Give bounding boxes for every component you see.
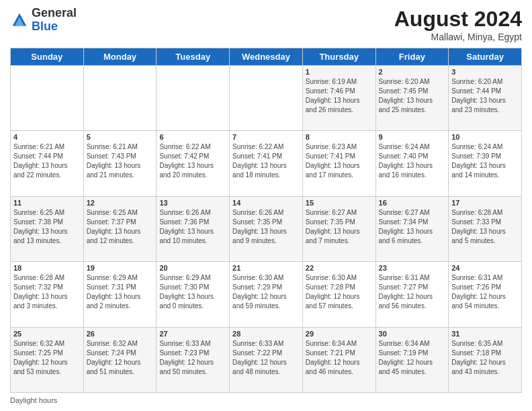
- day-number: 26: [87, 330, 154, 338]
- logo: General Blue: [10, 7, 77, 34]
- day-detail: Sunrise: 6:32 AM Sunset: 7:25 PM Dayligh…: [13, 339, 81, 377]
- day-number: 18: [13, 264, 81, 272]
- title-section: August 2024 Mallawi, Minya, Egypt: [394, 7, 522, 42]
- day-number: 9: [379, 133, 446, 141]
- day-number: 21: [232, 264, 300, 272]
- calendar-cell: 31Sunrise: 6:35 AM Sunset: 7:18 PM Dayli…: [449, 327, 522, 392]
- calendar-week-3: 11Sunrise: 6:25 AM Sunset: 7:38 PM Dayli…: [11, 196, 522, 261]
- calendar-header-sunday: Sunday: [11, 48, 84, 66]
- calendar-cell: [11, 66, 84, 131]
- day-detail: Sunrise: 6:28 AM Sunset: 7:33 PM Dayligh…: [451, 208, 519, 246]
- calendar-cell: 27Sunrise: 6:33 AM Sunset: 7:23 PM Dayli…: [157, 327, 230, 392]
- calendar-cell: 15Sunrise: 6:27 AM Sunset: 7:35 PM Dayli…: [302, 196, 375, 261]
- calendar-cell: 1Sunrise: 6:19 AM Sunset: 7:46 PM Daylig…: [302, 66, 375, 131]
- calendar-cell: 5Sunrise: 6:21 AM Sunset: 7:43 PM Daylig…: [83, 131, 157, 196]
- day-number: 16: [379, 199, 446, 207]
- day-number: 1: [306, 68, 373, 76]
- calendar-week-5: 25Sunrise: 6:32 AM Sunset: 7:25 PM Dayli…: [11, 327, 522, 392]
- day-number: 12: [87, 199, 154, 207]
- day-detail: Sunrise: 6:34 AM Sunset: 7:19 PM Dayligh…: [379, 339, 446, 377]
- calendar-header-row: SundayMondayTuesdayWednesdayThursdayFrid…: [11, 48, 522, 66]
- day-detail: Sunrise: 6:25 AM Sunset: 7:38 PM Dayligh…: [13, 208, 81, 246]
- day-detail: Sunrise: 6:27 AM Sunset: 7:35 PM Dayligh…: [306, 208, 373, 246]
- calendar-cell: 19Sunrise: 6:29 AM Sunset: 7:31 PM Dayli…: [83, 262, 157, 327]
- day-number: 17: [451, 199, 519, 207]
- day-detail: Sunrise: 6:33 AM Sunset: 7:22 PM Dayligh…: [232, 339, 300, 377]
- header: General Blue August 2024 Mallawi, Minya,…: [10, 7, 522, 42]
- day-number: 8: [306, 133, 373, 141]
- day-detail: Sunrise: 6:31 AM Sunset: 7:26 PM Dayligh…: [451, 273, 519, 311]
- day-number: 6: [159, 133, 226, 141]
- calendar-cell: 8Sunrise: 6:23 AM Sunset: 7:41 PM Daylig…: [302, 131, 375, 196]
- calendar-week-1: 1Sunrise: 6:19 AM Sunset: 7:46 PM Daylig…: [11, 66, 522, 131]
- day-number: 23: [379, 264, 446, 272]
- day-detail: Sunrise: 6:32 AM Sunset: 7:24 PM Dayligh…: [87, 339, 154, 377]
- day-detail: Sunrise: 6:30 AM Sunset: 7:29 PM Dayligh…: [232, 273, 300, 311]
- calendar-cell: 2Sunrise: 6:20 AM Sunset: 7:45 PM Daylig…: [375, 66, 449, 131]
- day-detail: Sunrise: 6:24 AM Sunset: 7:39 PM Dayligh…: [451, 142, 519, 180]
- day-number: 24: [451, 264, 519, 272]
- calendar-cell: 21Sunrise: 6:30 AM Sunset: 7:29 PM Dayli…: [230, 262, 303, 327]
- day-detail: Sunrise: 6:22 AM Sunset: 7:42 PM Dayligh…: [159, 142, 226, 180]
- page: General Blue August 2024 Mallawi, Minya,…: [0, 0, 532, 411]
- month-year: August 2024: [394, 7, 522, 32]
- calendar-cell: 4Sunrise: 6:21 AM Sunset: 7:44 PM Daylig…: [11, 131, 84, 196]
- calendar-week-2: 4Sunrise: 6:21 AM Sunset: 7:44 PM Daylig…: [11, 131, 522, 196]
- logo-blue: Blue: [32, 19, 58, 33]
- calendar-cell: 30Sunrise: 6:34 AM Sunset: 7:19 PM Dayli…: [375, 327, 449, 392]
- day-detail: Sunrise: 6:26 AM Sunset: 7:35 PM Dayligh…: [232, 208, 300, 246]
- calendar-cell: 24Sunrise: 6:31 AM Sunset: 7:26 PM Dayli…: [449, 262, 522, 327]
- day-detail: Sunrise: 6:19 AM Sunset: 7:46 PM Dayligh…: [306, 77, 373, 115]
- calendar-cell: 10Sunrise: 6:24 AM Sunset: 7:39 PM Dayli…: [449, 131, 522, 196]
- day-number: 25: [13, 330, 81, 338]
- day-detail: Sunrise: 6:35 AM Sunset: 7:18 PM Dayligh…: [451, 339, 519, 377]
- calendar-cell: 23Sunrise: 6:31 AM Sunset: 7:27 PM Dayli…: [375, 262, 449, 327]
- calendar-header-thursday: Thursday: [302, 48, 375, 66]
- calendar-cell: 13Sunrise: 6:26 AM Sunset: 7:36 PM Dayli…: [157, 196, 230, 261]
- calendar-cell: 3Sunrise: 6:20 AM Sunset: 7:44 PM Daylig…: [449, 66, 522, 131]
- day-number: 19: [87, 264, 154, 272]
- day-detail: Sunrise: 6:22 AM Sunset: 7:41 PM Dayligh…: [232, 142, 300, 180]
- day-number: 13: [159, 199, 226, 207]
- day-detail: Sunrise: 6:23 AM Sunset: 7:41 PM Dayligh…: [306, 142, 373, 180]
- calendar-cell: 25Sunrise: 6:32 AM Sunset: 7:25 PM Dayli…: [11, 327, 84, 392]
- day-number: 7: [232, 133, 300, 141]
- day-number: 10: [451, 133, 519, 141]
- day-number: 20: [159, 264, 226, 272]
- calendar-cell: 9Sunrise: 6:24 AM Sunset: 7:40 PM Daylig…: [375, 131, 449, 196]
- calendar-cell: 28Sunrise: 6:33 AM Sunset: 7:22 PM Dayli…: [230, 327, 303, 392]
- day-detail: Sunrise: 6:26 AM Sunset: 7:36 PM Dayligh…: [159, 208, 226, 246]
- day-number: 28: [232, 330, 300, 338]
- calendar-week-4: 18Sunrise: 6:28 AM Sunset: 7:32 PM Dayli…: [11, 262, 522, 327]
- calendar-cell: [83, 66, 157, 131]
- calendar-header-wednesday: Wednesday: [230, 48, 303, 66]
- calendar-header-monday: Monday: [83, 48, 157, 66]
- calendar: SundayMondayTuesdayWednesdayThursdayFrid…: [10, 48, 522, 393]
- day-detail: Sunrise: 6:29 AM Sunset: 7:30 PM Dayligh…: [159, 273, 226, 311]
- day-number: 2: [379, 68, 446, 76]
- day-number: 14: [232, 199, 300, 207]
- day-number: 22: [306, 264, 373, 272]
- logo-icon: [10, 11, 29, 30]
- day-detail: Sunrise: 6:29 AM Sunset: 7:31 PM Dayligh…: [87, 273, 154, 311]
- calendar-cell: [230, 66, 303, 131]
- location: Mallawi, Minya, Egypt: [394, 32, 522, 42]
- day-number: 5: [87, 133, 154, 141]
- day-number: 30: [379, 330, 446, 338]
- day-number: 11: [13, 199, 81, 207]
- footer: Daylight hours: [10, 396, 522, 404]
- day-detail: Sunrise: 6:28 AM Sunset: 7:32 PM Dayligh…: [13, 273, 81, 311]
- calendar-cell: 18Sunrise: 6:28 AM Sunset: 7:32 PM Dayli…: [11, 262, 84, 327]
- day-detail: Sunrise: 6:20 AM Sunset: 7:44 PM Dayligh…: [451, 77, 519, 115]
- calendar-cell: 16Sunrise: 6:27 AM Sunset: 7:34 PM Dayli…: [375, 196, 449, 261]
- day-number: 4: [13, 133, 81, 141]
- day-detail: Sunrise: 6:24 AM Sunset: 7:40 PM Dayligh…: [379, 142, 446, 180]
- day-number: 29: [306, 330, 373, 338]
- calendar-cell: 12Sunrise: 6:25 AM Sunset: 7:37 PM Dayli…: [83, 196, 157, 261]
- day-detail: Sunrise: 6:33 AM Sunset: 7:23 PM Dayligh…: [159, 339, 226, 377]
- calendar-cell: 7Sunrise: 6:22 AM Sunset: 7:41 PM Daylig…: [230, 131, 303, 196]
- day-detail: Sunrise: 6:27 AM Sunset: 7:34 PM Dayligh…: [379, 208, 446, 246]
- daylight-label: Daylight hours: [10, 396, 57, 404]
- day-number: 15: [306, 199, 373, 207]
- calendar-cell: 6Sunrise: 6:22 AM Sunset: 7:42 PM Daylig…: [157, 131, 230, 196]
